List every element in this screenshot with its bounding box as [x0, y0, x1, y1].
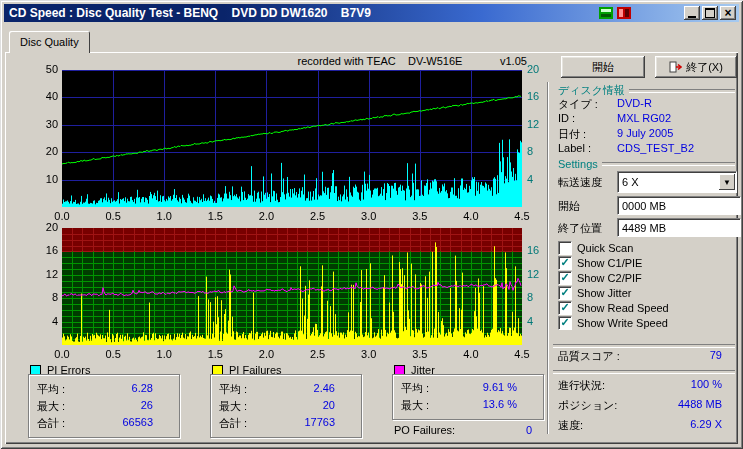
- speed-label: 速度:: [558, 418, 583, 433]
- position-value: 4488 MB: [625, 398, 722, 410]
- tab-disc-quality[interactable]: Disc Quality: [9, 31, 90, 53]
- minimize-button[interactable]: [684, 6, 700, 20]
- disc-label-value: CDS_TEST_B2: [617, 142, 694, 154]
- checkbox-show-c1-pie-label: Show C1/PIE: [577, 257, 642, 269]
- end-pos-input[interactable]: 4489 MB: [617, 218, 741, 237]
- end-pos-label: 終了位置: [558, 221, 602, 236]
- jitter-avg: 9.61 %: [483, 381, 535, 396]
- close-button[interactable]: ×: [720, 6, 736, 20]
- start-button-label: 開始: [592, 60, 614, 75]
- checkbox-row-quick-scan: Quick Scan: [558, 241, 633, 255]
- exit-icon: [669, 61, 682, 73]
- start-pos-value: 0000 MB: [622, 200, 666, 212]
- panel-divider: [547, 82, 549, 434]
- pi-errors-avg: 6.28: [132, 382, 171, 397]
- checkbox-row-show-jitter: ✓ Show Jitter: [558, 286, 631, 300]
- pi-failures-max: 20: [323, 399, 353, 414]
- exit-button[interactable]: 終了(X): [655, 56, 737, 78]
- disc-date-value: 9 July 2005: [617, 127, 673, 139]
- checkbox-quick-scan[interactable]: [558, 241, 572, 255]
- transfer-speed-value: 6 X: [618, 176, 718, 188]
- settings-header: Settings: [558, 158, 735, 170]
- maximize-icon: [705, 8, 715, 18]
- red-tool-icon[interactable]: [616, 6, 632, 20]
- tab-label: Disc Quality: [20, 36, 79, 48]
- separator: [553, 370, 735, 374]
- exit-button-label: 終了(X): [686, 60, 723, 75]
- disc-date-label: 日付 :: [558, 127, 586, 142]
- checkbox-show-jitter[interactable]: ✓: [558, 286, 572, 300]
- pi-failures-avg: 2.46: [314, 382, 353, 397]
- disc-id-value: MXL RG02: [617, 112, 671, 124]
- separator: [553, 344, 735, 348]
- jitter-max: 13.6 %: [483, 398, 535, 413]
- start-pos-label: 開始: [558, 199, 580, 214]
- disc-info-header: ディスク情報: [558, 83, 735, 98]
- pi-errors-statbox: 平均 :6.28 最大 :26 合計 :66563: [28, 374, 180, 438]
- checkbox-row-show-read-speed: ✓ Show Read Speed: [558, 301, 669, 315]
- close-icon: ×: [724, 7, 731, 19]
- pi-errors-total: 66563: [122, 416, 171, 431]
- po-failures-label: PO Failures:: [394, 424, 455, 436]
- quality-score-label: 品質スコア :: [558, 349, 620, 364]
- end-pos-value: 4489 MB: [622, 222, 666, 234]
- checkbox-show-write-speed-label: Show Write Speed: [577, 317, 668, 329]
- po-failures-value: 0: [526, 424, 540, 436]
- checkbox-show-c2-pif[interactable]: ✓: [558, 271, 572, 285]
- start-button[interactable]: 開始: [561, 56, 645, 78]
- checkbox-show-read-speed-label: Show Read Speed: [577, 302, 669, 314]
- green-tool-icon[interactable]: [598, 6, 614, 20]
- jitter-statbox: 平均 :9.61 % 最大 :13.6 %: [392, 374, 544, 420]
- checkbox-show-c2-pif-label: Show C2/PIF: [577, 272, 642, 284]
- checkbox-show-jitter-label: Show Jitter: [577, 287, 631, 299]
- pi-errors-max: 26: [141, 399, 171, 414]
- checkbox-row-show-write-speed: ✓ Show Write Speed: [558, 316, 668, 330]
- progress-label: 進行状況:: [558, 378, 605, 393]
- pi-failures-total: 17763: [304, 416, 353, 431]
- transfer-speed-select[interactable]: 6 X ▼: [617, 171, 737, 193]
- checkbox-row-show-c1-pie: ✓ Show C1/PIE: [558, 256, 642, 270]
- disc-type-value: DVD-R: [617, 97, 652, 109]
- disc-label-label: Label :: [558, 142, 591, 154]
- speed-value: 6.29 X: [625, 418, 722, 430]
- po-failures-row: PO Failures: 0: [394, 424, 540, 436]
- disc-id-label: ID :: [558, 112, 575, 124]
- app-window: CD Speed : Disc Quality Test - BENQ DVD …: [0, 0, 743, 449]
- checkbox-show-c1-pie[interactable]: ✓: [558, 256, 572, 270]
- dropdown-arrow-icon[interactable]: ▼: [719, 174, 735, 190]
- checkbox-show-read-speed[interactable]: ✓: [558, 301, 572, 315]
- quality-score-value: 79: [645, 349, 722, 361]
- start-pos-input[interactable]: 0000 MB: [617, 196, 741, 215]
- minimize-icon: [688, 16, 696, 18]
- disc-type-label: タイプ :: [558, 97, 598, 112]
- maximize-button[interactable]: [702, 6, 718, 20]
- transfer-speed-label: 転送速度: [558, 175, 602, 190]
- titlebar[interactable]: CD Speed : Disc Quality Test - BENQ DVD …: [4, 4, 739, 22]
- checkbox-show-write-speed[interactable]: ✓: [558, 316, 572, 330]
- checkbox-quick-scan-label: Quick Scan: [577, 242, 633, 254]
- pi-failures-statbox: 平均 :2.46 最大 :20 合計 :17763: [210, 374, 362, 438]
- checkbox-row-show-c2-pif: ✓ Show C2/PIF: [558, 271, 642, 285]
- window-title: CD Speed : Disc Quality Test - BENQ DVD …: [9, 6, 371, 20]
- progress-value: 100 %: [625, 378, 722, 390]
- tab-page: recorded with TEAC DV-W516E v1.05 開始 終了(…: [5, 52, 738, 444]
- pi-errors-chart: [28, 62, 558, 226]
- position-label: ポジション:: [558, 398, 617, 413]
- pi-failures-jitter-chart: [28, 220, 558, 366]
